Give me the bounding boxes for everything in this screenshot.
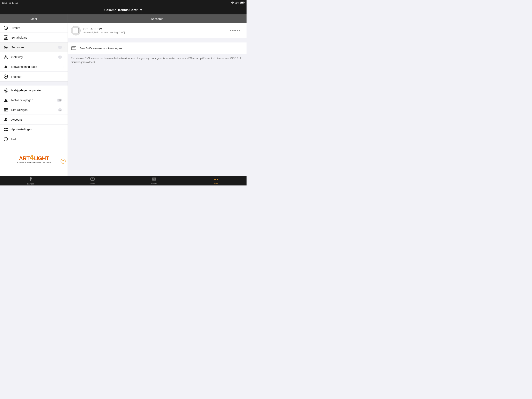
sensor-status-dots: ●●●●● [230,29,241,32]
netwerkconfiguratie-label: Netwerkconfiguratie [11,65,63,68]
status-bar: 13:29 Zo 17 jan. 93% [0,0,247,6]
sidebar-item-nabijgelegen[interactable]: Nabijgelegen apparaten › [0,85,68,95]
sidebar-item-app-instellingen[interactable]: App-instellingen › [0,124,68,134]
title-bar: Casambi Kennis Centrum [0,6,247,14]
tab-galerij-label: Galerij [89,183,95,185]
svg-point-6 [6,37,7,38]
sensor-icon [3,45,9,50]
sidebar-item-sensoren[interactable]: Sensoren 1 › [0,42,68,52]
clock-icon [3,25,9,31]
sidebar-item-rechten[interactable]: Rechten › [0,72,68,81]
app-title: Casambi Kennis Centrum [104,8,142,12]
netwerkconfiguratie-chevron: › [63,65,64,68]
right-panel: CBU-ASR TW Aanwezigheid: Kamer overdag [… [68,23,247,176]
sidebar-item-schakelaars[interactable]: Schakelaars › [0,33,68,42]
header-left: Meer [0,14,68,23]
sensor-chevron: › [242,29,243,32]
sidebar-item-timers[interactable]: Timers › [0,23,68,33]
nabijgelegen-chevron: › [63,89,64,92]
svg-marker-20 [4,98,8,102]
more-icon [214,178,218,182]
add-sensor-label: Een EnOcean-sensor toevoegen [79,46,242,50]
switch-icon [3,35,9,40]
svg-point-57 [217,179,218,180]
app-instellingen-label: App-instellingen [11,128,63,131]
sensoren-label: Sensoren [11,45,58,49]
svg-point-9 [5,46,7,48]
svg-point-25 [5,118,7,120]
svg-rect-2 [241,2,244,4]
svg-rect-1 [244,2,245,3]
gateway-badge: 1 [58,56,62,59]
wifi-icon [231,1,234,4]
add-sensor-item[interactable]: Een EnOcean-sensor toevoegen › [68,42,247,54]
svg-point-56 [215,179,216,180]
svg-rect-31 [7,130,8,131]
svg-rect-28 [6,128,7,129]
netwerk-wijzigen-chevron: › [63,99,64,102]
account-icon [3,117,9,122]
sidebar-item-account[interactable]: Account › [0,115,68,124]
tab-lampen[interactable]: Lampen [0,176,62,186]
netwerk-wijzigen-badge: 33 [57,99,62,102]
scenes-icon [152,177,156,182]
sidebar-item-site-wijzigen[interactable]: Site wijzigen 1 › [0,105,68,115]
help-circle-button[interactable]: ? [61,159,66,164]
tab-scenes[interactable]: Scènes [123,176,185,186]
svg-rect-23 [5,110,5,111]
tab-meer-label: Meer [213,182,218,184]
nearby-icon [3,88,9,93]
site-wijzigen-badge: 1 [58,108,62,111]
svg-point-55 [214,179,215,180]
tab-bar: Lampen A Galerij Scènes [0,176,247,186]
sidebar-section-2: Nabijgelegen apparaten › Netwerk wijzige… [0,85,68,144]
sensor-item[interactable]: CBU-ASR TW Aanwezigheid: Kamer overdag [… [68,23,247,38]
section-divider [0,82,68,85]
tab-galerij[interactable]: A Galerij [62,176,123,186]
sidebar: Timers › Schakelaars › [0,23,68,176]
tab-meer[interactable]: Meer [185,176,247,186]
site-wijzigen-label: Site wijzigen [11,108,58,111]
sensoren-badge: 1 [58,46,62,49]
gateway-label: Gateway [11,55,58,59]
network-icon [3,64,9,70]
account-chevron: › [63,118,64,121]
sidebar-item-netwerk-wijzigen[interactable]: Netwerk wijzigen 33 › [0,95,68,105]
svg-point-12 [5,55,7,57]
schakelaars-label: Schakelaars [11,36,63,39]
rechten-label: Rechten [11,75,63,78]
svg-marker-47 [154,179,156,180]
tab-scenes-label: Scènes [151,183,157,185]
sensor-device-icon [71,26,81,35]
svg-text:i: i [6,138,6,141]
rechten-chevron: › [63,75,64,78]
add-sensor-chevron: › [242,46,243,50]
svg-point-13 [6,55,6,56]
netwerk-wijzigen-label: Netwerk wijzigen [11,98,57,102]
sidebar-item-gateway[interactable]: Gateway 1 › [0,52,68,62]
help-chevron: › [63,138,64,141]
svg-rect-30 [7,128,8,129]
sidebar-section-1: Timers › Schakelaars › [0,23,68,82]
status-time: 13:29 [2,2,7,4]
svg-marker-46 [152,179,154,180]
svg-point-5 [5,37,6,38]
site-wijzigen-chevron: › [63,108,64,111]
sidebar-item-help[interactable]: i Help › [0,134,68,144]
header-row: Meer Sensoren [0,14,247,23]
gallery-icon: A [90,177,95,182]
timers-label: Timers [11,26,63,29]
svg-point-17 [5,90,6,91]
lamp-icon [29,177,33,182]
svg-rect-15 [5,76,7,77]
panel-divider [68,39,247,42]
gateway-chevron: › [63,56,64,59]
gateway-icon [3,54,9,60]
sensoren-chevron: › [63,46,64,49]
svg-marker-14 [4,65,8,68]
settings-icon [3,127,9,132]
sensor-name: CBU-ASR TW [83,27,230,31]
schakelaars-chevron: › [63,36,64,39]
sidebar-item-netwerkconfiguratie[interactable]: Netwerkconfiguratie › [0,62,68,72]
header-right: Sensoren [68,14,247,23]
